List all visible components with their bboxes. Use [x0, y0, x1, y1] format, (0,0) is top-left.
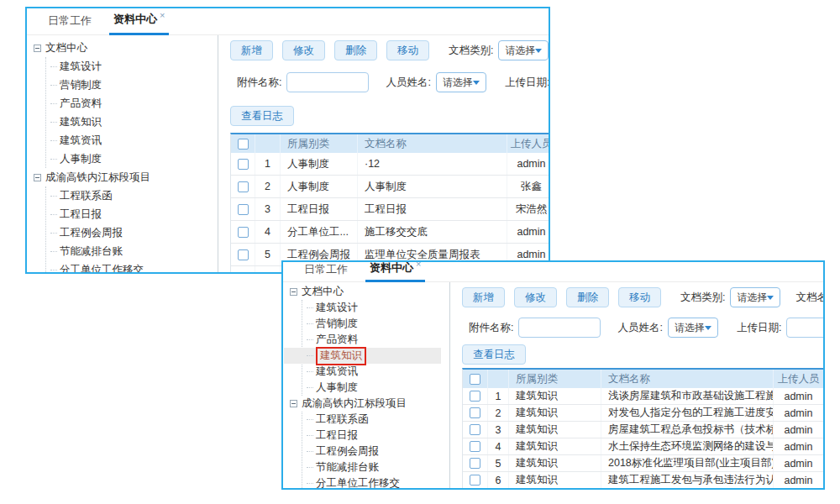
tree-item-building-design[interactable]: 建筑设计 [307, 300, 449, 316]
tree-item-daily-report[interactable]: 工程日报 [307, 428, 449, 444]
upload-date-label: 上传日期: [737, 321, 781, 335]
tab-data-center[interactable]: 资料中心× [109, 12, 169, 35]
select-all-checkbox[interactable] [470, 374, 480, 385]
table-row[interactable]: 4 建筑知识 水土保持生态环境监测网络的建设与... admin [463, 438, 823, 455]
add-button[interactable]: 新增 [462, 287, 505, 307]
collapse-icon[interactable] [290, 400, 297, 407]
tree-item-marketing-rules[interactable]: 营销制度 [307, 316, 449, 332]
tree-group: 工程联系函 工程日报 工程例会周报 节能减排台账 分工单位工作移交 [302, 412, 449, 488]
tree-item-building-knowledge-selected[interactable]: 建筑知识 [284, 348, 441, 364]
add-button[interactable]: 新增 [230, 40, 273, 60]
row-checkbox[interactable] [470, 424, 480, 435]
edit-button[interactable]: 修改 [514, 287, 557, 307]
row-checkbox[interactable] [238, 249, 249, 260]
row-checkbox[interactable] [238, 272, 249, 273]
cell-uploader: admin [507, 153, 549, 175]
tree-item-product-data[interactable]: 产品资料 [50, 94, 218, 113]
tree-item-weekly-report[interactable]: 工程例会周报 [50, 223, 218, 242]
close-icon[interactable]: × [416, 260, 421, 269]
tree-item-hr-rules[interactable]: 人事制度 [50, 150, 218, 168]
tree-item-contact-letter[interactable]: 工程联系函 [307, 412, 449, 428]
tree-item-weekly-report[interactable]: 工程例会周报 [307, 444, 449, 459]
tree-root-project[interactable]: 成渝高铁内江标段项目 [34, 168, 218, 186]
person-name-select[interactable]: 请选择 [668, 318, 718, 338]
tree-root-label: 成渝高铁内江标段项目 [302, 396, 407, 411]
tree-root-doc-center[interactable]: 文档中心 [34, 39, 218, 57]
collapse-icon[interactable] [34, 45, 41, 52]
tree-item-marketing-rules[interactable]: 营销制度 [50, 76, 218, 94]
cell-category: 建筑知识 [509, 472, 601, 488]
cell-uploader: admin [774, 438, 823, 454]
tree-item-hr-rules[interactable]: 人事制度 [307, 380, 449, 396]
attachment-name-input[interactable] [518, 318, 601, 338]
tab-daily-work[interactable]: 日常工作 [300, 262, 352, 281]
doc-category-select[interactable]: 请选择 [730, 287, 780, 307]
cell-doc-name: 浅谈房屋建筑和市政基础设施工程施... [601, 388, 774, 404]
cell-uploader: admin [774, 455, 823, 471]
collapse-icon[interactable] [34, 174, 41, 181]
annotation-red-box: 建筑知识 [316, 347, 366, 365]
row-checkbox[interactable] [470, 391, 480, 402]
col-header-doc-name: 文档名称 [601, 370, 774, 388]
person-name-select[interactable]: 请选择 [436, 72, 486, 92]
move-button[interactable]: 移动 [618, 287, 661, 307]
tree-item-energy-ledger[interactable]: 节能减排台账 [50, 242, 218, 260]
row-checkbox[interactable] [238, 181, 249, 192]
cell-doc-name: 2018标准化监理项目部(业主项目部)... [601, 455, 774, 471]
row-checkbox[interactable] [470, 441, 480, 452]
view-log-button[interactable]: 查看日志 [462, 344, 526, 365]
tree-item-work-transfer[interactable]: 分工单位工作移交 [50, 260, 218, 272]
select-all-checkbox[interactable] [238, 139, 249, 150]
tree-item-building-knowledge[interactable]: 建筑知识 [50, 113, 218, 131]
table-row[interactable]: 2 建筑知识 对发包人指定分包的工程施工进度安... admin [463, 405, 823, 422]
table-row[interactable]: 3 建筑知识 房屋建筑工程总承包投标书（技术标... admin [463, 422, 823, 438]
row-checkbox[interactable] [238, 204, 249, 215]
cell-category: 建筑知识 [509, 422, 601, 438]
cell-doc-name: 施工移交交底 [358, 221, 507, 243]
row-checkbox[interactable] [470, 458, 480, 469]
tree-sidebar: 文档中心 建筑设计 营销制度 产品资料 建筑知识 建筑资讯 人事制度 成渝高铁内… [283, 282, 450, 488]
tree-root-label: 文档中心 [45, 41, 87, 55]
tree-item-energy-ledger[interactable]: 节能减排台账 [307, 459, 449, 475]
delete-button[interactable]: 删除 [334, 40, 377, 60]
view-log-button[interactable]: 查看日志 [230, 106, 294, 126]
tree-root-project[interactable]: 成渝高铁内江标段项目 [290, 396, 449, 412]
tree-item-daily-report[interactable]: 工程日报 [50, 205, 218, 223]
chevron-down-icon [473, 81, 480, 85]
collapse-icon[interactable] [290, 288, 297, 296]
table-row[interactable]: 2 人事制度 人事制度 张鑫 [231, 176, 549, 198]
table-row[interactable]: 1 建筑知识 浅谈房屋建筑和市政基础设施工程施... admin [463, 388, 823, 405]
table-row[interactable]: 5 建筑知识 2018标准化监理项目部(业主项目部)... admin [463, 455, 823, 472]
cell-category: 分工单位工... [281, 221, 358, 243]
main-panel: 新增 修改 删除 移动 文档类别: 请选择 附件名称: 人员姓名: 请选择 上传… [218, 35, 549, 272]
tree-root-doc-center[interactable]: 文档中心 [290, 284, 449, 300]
tab-daily-work[interactable]: 日常工作 [44, 13, 96, 34]
upload-date-input[interactable] [786, 318, 823, 338]
tree-item-building-news[interactable]: 建筑资讯 [307, 364, 449, 380]
cell-category: 建筑知识 [509, 438, 601, 454]
documents-table: 所属别类 文档名称 上传人员 1 建筑知识 浅谈房屋建筑和市政基础设施工程施..… [462, 368, 823, 488]
attachment-name-input[interactable] [286, 72, 369, 92]
tree-item-work-transfer[interactable]: 分工单位工作移交 [307, 475, 449, 488]
table-row[interactable]: 6 建筑知识 建筑工程施工发包与承包违法行为认... admin [463, 472, 823, 488]
tree-item-building-news[interactable]: 建筑资讯 [50, 131, 218, 150]
tab-data-center[interactable]: 资料中心× [365, 260, 425, 282]
doc-category-label: 文档类别: [680, 291, 725, 305]
row-checkbox[interactable] [470, 407, 480, 418]
table-row[interactable]: 1 人事制度 ·12 admin [231, 153, 549, 176]
move-button[interactable]: 移动 [386, 40, 429, 60]
edit-button[interactable]: 修改 [282, 40, 325, 60]
row-checkbox[interactable] [238, 227, 249, 238]
tree-item-product-data[interactable]: 产品资料 [307, 332, 449, 348]
document-center-window-front: 日常工作 资料中心× 文档中心 建筑设计 营销制度 产品资料 建筑知识 建筑资讯… [281, 260, 825, 490]
tree-item-building-design[interactable]: 建筑设计 [50, 57, 218, 76]
tree-item-contact-letter[interactable]: 工程联系函 [50, 186, 218, 205]
doc-category-select[interactable]: 请选择 [498, 40, 549, 60]
close-icon[interactable]: × [160, 10, 165, 20]
row-checkbox[interactable] [238, 159, 249, 170]
col-header-category: 所属别类 [509, 370, 601, 388]
table-row[interactable]: 4 分工单位工... 施工移交交底 admin [231, 221, 549, 244]
table-row[interactable]: 3 工程日报 工程日报 宋浩然 [231, 198, 549, 221]
row-checkbox[interactable] [470, 475, 480, 486]
delete-button[interactable]: 删除 [566, 287, 609, 307]
